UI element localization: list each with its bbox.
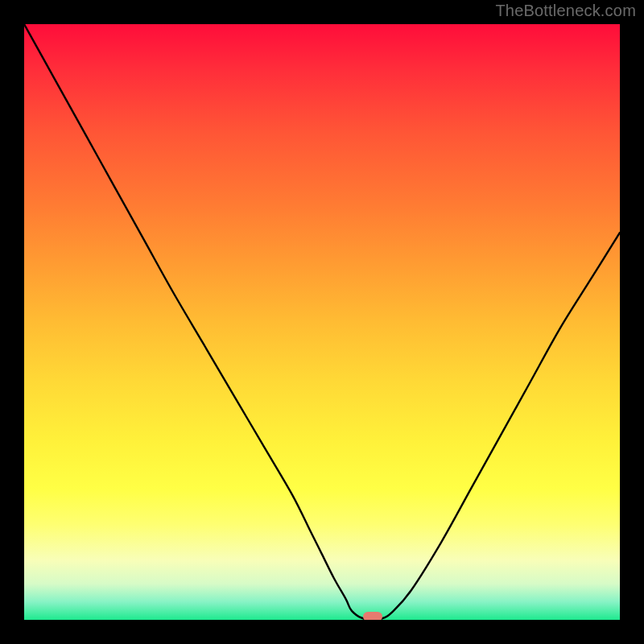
optimal-marker (363, 612, 382, 620)
bottleneck-curve (24, 24, 620, 620)
chart-frame: TheBottleneck.com (0, 0, 644, 644)
plot-area (24, 24, 620, 620)
watermark-text: TheBottleneck.com (495, 2, 636, 20)
